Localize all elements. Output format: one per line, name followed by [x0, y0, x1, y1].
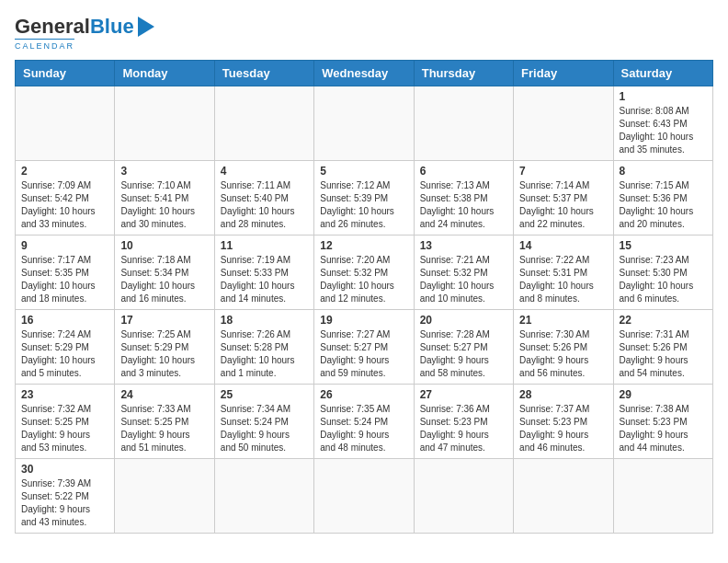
day-number: 8: [620, 165, 707, 178]
day-info: Sunrise: 7:31 AM Sunset: 5:26 PM Dayligh…: [620, 328, 707, 380]
calendar-cell: [613, 459, 712, 534]
weekday-header-sunday: Sunday: [16, 61, 115, 86]
calendar-cell: 21Sunrise: 7:30 AM Sunset: 5:26 PM Dayli…: [514, 310, 613, 385]
calendar-cell: 3Sunrise: 7:10 AM Sunset: 5:41 PM Daylig…: [115, 161, 214, 236]
calendar-cell: 11Sunrise: 7:19 AM Sunset: 5:33 PM Dayli…: [214, 236, 313, 310]
day-number: 17: [120, 314, 208, 327]
day-info: Sunrise: 7:23 AM Sunset: 5:30 PM Dayligh…: [620, 254, 707, 305]
calendar-cell: [214, 459, 313, 534]
day-info: Sunrise: 7:32 AM Sunset: 5:25 PM Dayligh…: [21, 403, 108, 454]
logo-triangle-icon: [138, 17, 154, 37]
calendar-cell: [314, 459, 414, 534]
calendar-week-row: 1Sunrise: 8:08 AM Sunset: 6:43 PM Daylig…: [16, 86, 713, 161]
day-number: 4: [221, 165, 308, 178]
day-info: Sunrise: 7:11 AM Sunset: 5:40 PM Dayligh…: [221, 179, 308, 231]
weekday-header-saturday: Saturday: [613, 61, 712, 86]
day-number: 23: [21, 388, 108, 401]
day-info: Sunrise: 7:12 AM Sunset: 5:39 PM Dayligh…: [320, 179, 407, 231]
day-number: 26: [320, 388, 407, 401]
day-info: Sunrise: 7:33 AM Sunset: 5:25 PM Dayligh…: [120, 403, 208, 454]
day-number: 16: [21, 314, 108, 327]
calendar-cell: 7Sunrise: 7:14 AM Sunset: 5:37 PM Daylig…: [514, 161, 613, 236]
calendar-cell: 28Sunrise: 7:37 AM Sunset: 5:23 PM Dayli…: [514, 385, 613, 459]
day-info: Sunrise: 7:14 AM Sunset: 5:37 PM Dayligh…: [519, 179, 607, 231]
calendar-cell: 13Sunrise: 7:21 AM Sunset: 5:32 PM Dayli…: [414, 236, 513, 310]
day-info: Sunrise: 7:21 AM Sunset: 5:32 PM Dayligh…: [420, 254, 507, 305]
day-number: 12: [320, 239, 407, 252]
calendar-cell: [414, 86, 513, 161]
calendar-cell: 9Sunrise: 7:17 AM Sunset: 5:35 PM Daylig…: [16, 236, 115, 310]
calendar-cell: 23Sunrise: 7:32 AM Sunset: 5:25 PM Dayli…: [16, 385, 115, 459]
day-number: 30: [21, 463, 108, 476]
calendar-cell: 2Sunrise: 7:09 AM Sunset: 5:42 PM Daylig…: [16, 161, 115, 236]
day-number: 9: [21, 239, 108, 252]
day-number: 1: [620, 90, 707, 103]
calendar-cell: [214, 86, 313, 161]
calendar-cell: 4Sunrise: 7:11 AM Sunset: 5:40 PM Daylig…: [214, 161, 313, 236]
calendar-cell: [514, 459, 613, 534]
weekday-header-friday: Friday: [514, 61, 613, 86]
day-info: Sunrise: 7:18 AM Sunset: 5:34 PM Dayligh…: [120, 254, 208, 305]
day-info: Sunrise: 7:37 AM Sunset: 5:23 PM Dayligh…: [519, 403, 607, 454]
day-info: Sunrise: 7:30 AM Sunset: 5:26 PM Dayligh…: [519, 328, 607, 380]
calendar-cell: 10Sunrise: 7:18 AM Sunset: 5:34 PM Dayli…: [115, 236, 214, 310]
header: General Blue CALENDAR: [15, 15, 713, 51]
calendar-cell: [314, 86, 414, 161]
day-info: Sunrise: 7:34 AM Sunset: 5:24 PM Dayligh…: [221, 403, 308, 454]
calendar-week-row: 9Sunrise: 7:17 AM Sunset: 5:35 PM Daylig…: [16, 236, 713, 310]
calendar-cell: 17Sunrise: 7:25 AM Sunset: 5:29 PM Dayli…: [115, 310, 214, 385]
calendar-cell: 25Sunrise: 7:34 AM Sunset: 5:24 PM Dayli…: [214, 385, 313, 459]
day-info: Sunrise: 7:36 AM Sunset: 5:23 PM Dayligh…: [420, 403, 507, 454]
day-info: Sunrise: 7:39 AM Sunset: 5:22 PM Dayligh…: [21, 477, 108, 529]
day-number: 2: [21, 165, 108, 178]
calendar-cell: 1Sunrise: 8:08 AM Sunset: 6:43 PM Daylig…: [613, 86, 712, 161]
day-info: Sunrise: 7:35 AM Sunset: 5:24 PM Dayligh…: [320, 403, 407, 454]
calendar-week-row: 2Sunrise: 7:09 AM Sunset: 5:42 PM Daylig…: [16, 161, 713, 236]
calendar-cell: [414, 459, 513, 534]
calendar-week-row: 23Sunrise: 7:32 AM Sunset: 5:25 PM Dayli…: [16, 385, 713, 459]
weekday-header-thursday: Thursday: [414, 61, 513, 86]
day-info: Sunrise: 7:24 AM Sunset: 5:29 PM Dayligh…: [21, 328, 108, 380]
day-number: 10: [120, 239, 208, 252]
logo: General Blue CALENDAR: [15, 15, 154, 51]
calendar-cell: 20Sunrise: 7:28 AM Sunset: 5:27 PM Dayli…: [414, 310, 513, 385]
calendar-table: SundayMondayTuesdayWednesdayThursdayFrid…: [15, 60, 713, 534]
day-info: Sunrise: 7:27 AM Sunset: 5:27 PM Dayligh…: [320, 328, 407, 380]
day-number: 20: [420, 314, 507, 327]
day-number: 29: [620, 388, 707, 401]
day-info: Sunrise: 7:25 AM Sunset: 5:29 PM Dayligh…: [120, 328, 208, 380]
day-number: 13: [420, 239, 507, 252]
day-number: 3: [120, 165, 208, 178]
calendar-cell: [115, 86, 214, 161]
day-info: Sunrise: 7:22 AM Sunset: 5:31 PM Dayligh…: [519, 254, 607, 305]
day-info: Sunrise: 7:26 AM Sunset: 5:28 PM Dayligh…: [221, 328, 308, 380]
calendar-cell: [16, 86, 115, 161]
day-number: 15: [620, 239, 707, 252]
weekday-header-wednesday: Wednesday: [314, 61, 414, 86]
day-info: Sunrise: 7:10 AM Sunset: 5:41 PM Dayligh…: [120, 179, 208, 231]
weekday-header-row: SundayMondayTuesdayWednesdayThursdayFrid…: [16, 61, 713, 86]
day-info: Sunrise: 7:38 AM Sunset: 5:23 PM Dayligh…: [620, 403, 707, 454]
day-number: 21: [519, 314, 607, 327]
weekday-header-monday: Monday: [115, 61, 214, 86]
calendar-cell: 15Sunrise: 7:23 AM Sunset: 5:30 PM Dayli…: [613, 236, 712, 310]
day-number: 18: [221, 314, 308, 327]
logo-general-text: General: [15, 15, 90, 39]
day-number: 28: [519, 388, 607, 401]
calendar-cell: 5Sunrise: 7:12 AM Sunset: 5:39 PM Daylig…: [314, 161, 414, 236]
day-number: 19: [320, 314, 407, 327]
day-info: Sunrise: 7:13 AM Sunset: 5:38 PM Dayligh…: [420, 179, 507, 231]
calendar-cell: 16Sunrise: 7:24 AM Sunset: 5:29 PM Dayli…: [16, 310, 115, 385]
day-number: 25: [221, 388, 308, 401]
calendar-cell: 6Sunrise: 7:13 AM Sunset: 5:38 PM Daylig…: [414, 161, 513, 236]
calendar-cell: 14Sunrise: 7:22 AM Sunset: 5:31 PM Dayli…: [514, 236, 613, 310]
day-info: Sunrise: 7:17 AM Sunset: 5:35 PM Dayligh…: [21, 254, 108, 305]
day-info: Sunrise: 8:08 AM Sunset: 6:43 PM Dayligh…: [620, 105, 707, 156]
day-number: 22: [620, 314, 707, 327]
day-number: 5: [320, 165, 407, 178]
day-number: 24: [120, 388, 208, 401]
day-number: 14: [519, 239, 607, 252]
weekday-header-tuesday: Tuesday: [214, 61, 313, 86]
calendar-cell: 18Sunrise: 7:26 AM Sunset: 5:28 PM Dayli…: [214, 310, 313, 385]
day-number: 7: [519, 165, 607, 178]
